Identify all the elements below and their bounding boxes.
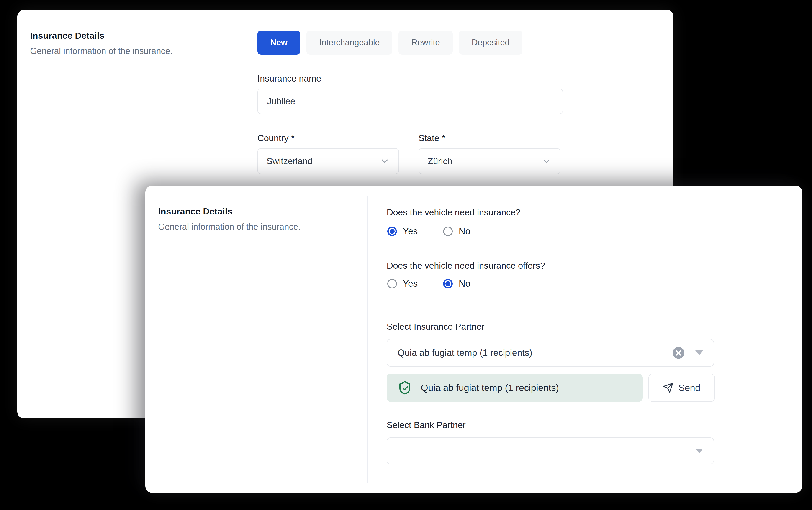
send-button-label: Send [678, 383, 700, 393]
radio-option-yes[interactable]: Yes [387, 226, 417, 236]
send-button[interactable]: Send [648, 373, 715, 402]
bank-partner-select[interactable] [387, 438, 714, 464]
insurance-offers-question-label: Does the vehicle need insurance offers? [387, 261, 545, 271]
radio-option-yes[interactable]: Yes [387, 278, 417, 289]
radio-no-checked[interactable] [443, 279, 453, 289]
chevron-down-icon [541, 156, 551, 166]
insurance-partner-label: Select Insurance Partner [387, 322, 484, 332]
vertical-divider [367, 196, 368, 483]
state-select[interactable]: Zürich [418, 148, 560, 174]
circle-x-icon[interactable] [672, 347, 685, 359]
insurance-partner-select[interactable]: Quia ab fugiat temp (1 recipients) [387, 339, 714, 366]
radio-yes-label: Yes [403, 226, 417, 236]
radio-no-unchecked[interactable] [443, 227, 453, 236]
tab-deposited[interactable]: Deposited [459, 31, 522, 55]
country-label: Country * [257, 133, 295, 143]
tab-interchangeable[interactable]: Interchangeable [307, 31, 392, 55]
status-tabs: New Interchangeable Rewrite Deposited [257, 31, 522, 55]
caret-down-icon [695, 351, 703, 355]
country-select[interactable]: Switzerland [257, 148, 399, 174]
selected-partner-chip-text: Quia ab fugiat temp (1 recipients) [421, 383, 559, 393]
bank-partner-label: Select Bank Partner [387, 420, 466, 430]
radio-yes-unchecked[interactable] [387, 279, 397, 289]
send-icon [663, 383, 673, 393]
insurance-name-input[interactable] [257, 89, 563, 114]
insurance-name-label: Insurance name [257, 73, 321, 84]
radio-option-no[interactable]: No [443, 226, 470, 236]
radio-yes-checked[interactable] [387, 227, 397, 236]
page-title: Insurance Details [158, 207, 232, 216]
page-subtitle: General information of the insurance. [158, 222, 300, 232]
insurance-partner-select-value: Quia ab fugiat temp (1 recipients) [398, 348, 672, 358]
country-select-value: Switzerland [267, 156, 380, 166]
shield-check-icon [398, 381, 412, 395]
vehicle-insurance-radio-group: Yes No [387, 226, 470, 236]
insurance-details-card-front: Insurance Details General information of… [145, 185, 802, 493]
insurance-offers-radio-group: Yes No [387, 278, 470, 289]
page-subtitle: General information of the insurance. [30, 46, 172, 56]
radio-option-no[interactable]: No [443, 278, 470, 289]
chevron-down-icon [380, 156, 390, 166]
state-label: State * [418, 133, 445, 143]
state-select-value: Zürich [428, 156, 541, 166]
vehicle-insurance-question-label: Does the vehicle need insurance? [387, 207, 521, 217]
radio-yes-label: Yes [403, 278, 417, 289]
tab-new[interactable]: New [257, 31, 300, 55]
tab-rewrite[interactable]: Rewrite [399, 31, 453, 55]
page-title: Insurance Details [30, 31, 104, 41]
radio-no-label: No [459, 226, 470, 236]
caret-down-icon [695, 449, 703, 453]
selected-partner-chip: Quia ab fugiat temp (1 recipients) [387, 373, 643, 402]
radio-no-label: No [459, 278, 470, 289]
